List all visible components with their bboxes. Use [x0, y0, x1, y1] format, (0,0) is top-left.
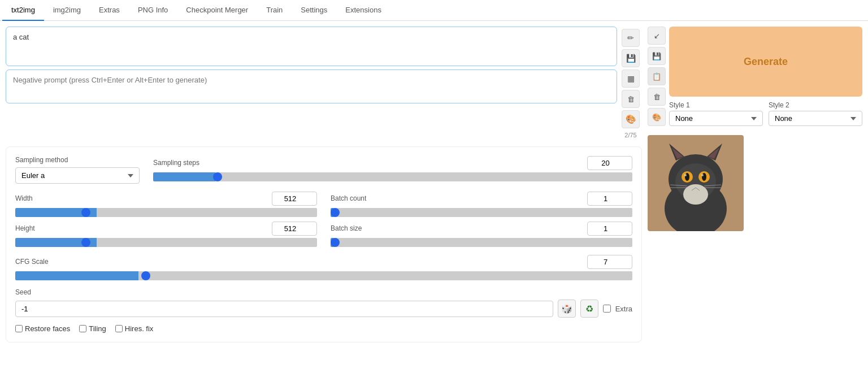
width-group: Width	[15, 192, 317, 217]
seed-input[interactable]	[15, 301, 553, 317]
tiling-checkbox[interactable]	[79, 325, 86, 332]
save-result-icon-btn[interactable]: 💾	[648, 47, 666, 65]
hires-fix-checkbox[interactable]	[115, 325, 123, 332]
cfg-scale-label: CFG Scale	[15, 258, 49, 266]
restore-faces-label[interactable]: Restore faces	[25, 324, 70, 333]
cfg-scale-group: CFG Scale	[15, 255, 632, 280]
tiling-item: Tiling	[79, 324, 106, 333]
tab-extensions[interactable]: Extensions	[336, 0, 390, 21]
svg-point-13	[701, 174, 704, 176]
cfg-scale-slider[interactable]	[15, 271, 632, 280]
tab-settings[interactable]: Settings	[292, 0, 336, 21]
prompt-sidebar: a cat ✏ 💾 ▦ 🗑 🎨 2/75	[6, 27, 642, 142]
negative-prompt[interactable]	[6, 70, 617, 103]
restore-faces-item: Restore faces	[15, 324, 70, 333]
seed-row: 🎲 ♻ Extra	[15, 300, 632, 318]
lora-count: 2/75	[622, 131, 640, 140]
action-icons: ↙ 💾 📋 🗑 🎨	[648, 27, 666, 126]
sampling-steps-label: Sampling steps	[153, 159, 199, 167]
size-group: Width Height	[15, 192, 317, 247]
sampling-steps-slider[interactable]	[153, 172, 632, 181]
style1-group: Style 1 None	[669, 101, 763, 126]
width-label: Width	[15, 194, 33, 202]
style2-label: Style 2	[769, 101, 862, 109]
seed-recycle-btn[interactable]: ♻	[580, 300, 598, 318]
generate-col: Generate Style 1 None Style 2 None	[669, 27, 862, 126]
hires-fix-label[interactable]: Hires. fix	[125, 324, 154, 333]
delete-icon-btn[interactable]: 🗑	[648, 88, 666, 106]
width-slider[interactable]	[15, 208, 317, 217]
positive-prompt[interactable]: a cat	[6, 27, 617, 66]
style1-label: Style 1	[669, 101, 763, 109]
output-image	[648, 135, 744, 231]
svg-point-12	[684, 174, 687, 176]
tiling-label[interactable]: Tiling	[89, 324, 106, 333]
prompt-area: a cat	[6, 27, 617, 142]
seed-label: Seed	[15, 288, 632, 296]
seed-dice-btn[interactable]: 🎲	[558, 300, 576, 318]
pencil-icon-btn[interactable]: ✏	[622, 29, 640, 47]
tab-extras[interactable]: Extras	[90, 0, 129, 21]
checkboxes-row: Restore faces Tiling Hires. fix	[15, 324, 632, 333]
svg-point-15	[683, 184, 708, 205]
batch-count-label: Batch count	[331, 194, 366, 202]
height-slider[interactable]	[15, 238, 317, 247]
tab-png-info[interactable]: PNG Info	[129, 0, 177, 21]
batch-size-label: Batch size	[331, 224, 362, 232]
extra-label[interactable]: Extra	[615, 305, 632, 313]
right-section: ↙ 💾 📋 🗑 🎨 Generate Style 1 None	[648, 27, 862, 376]
folder-icon-btn[interactable]: 📋	[648, 67, 666, 85]
tab-train[interactable]: Train	[257, 0, 292, 21]
paint-icon-btn[interactable]: 🎨	[622, 110, 640, 128]
batch-size-input[interactable]	[587, 222, 632, 236]
tab-txt2img[interactable]: txt2img	[2, 0, 44, 21]
tab-checkpoint-merger[interactable]: Checkpoint Merger	[177, 0, 257, 21]
restore-faces-checkbox[interactable]	[15, 325, 23, 332]
hires-fix-item: Hires. fix	[115, 324, 154, 333]
generate-area: ↙ 💾 📋 🗑 🎨 Generate Style 1 None	[648, 27, 862, 126]
height-group: Height	[15, 222, 317, 247]
sampling-method-label: Sampling method	[15, 156, 140, 164]
left-panel: a cat ✏ 💾 ▦ 🗑 🎨 2/75 Sampling method Eul…	[6, 27, 642, 376]
sampling-method-group: Sampling method Euler a	[15, 156, 140, 184]
width-input[interactable]	[272, 192, 317, 206]
prompt-sidebar-icons: ✏ 💾 ▦ 🗑 🎨 2/75	[619, 27, 642, 142]
params-section: Sampling method Euler a Sampling steps	[6, 146, 642, 342]
batch-size-group: Batch size	[331, 222, 632, 247]
style1-select[interactable]: None	[669, 111, 763, 126]
cfg-scale-input[interactable]	[587, 255, 632, 269]
sampling-steps-input[interactable]	[587, 156, 632, 170]
batch-count-slider[interactable]	[331, 208, 632, 217]
grid-icon-btn[interactable]: ▦	[622, 70, 640, 88]
extra-checkbox[interactable]	[603, 305, 611, 313]
main-content: a cat ✏ 💾 ▦ 🗑 🎨 2/75 Sampling method Eul…	[0, 21, 868, 381]
sampling-steps-group: Sampling steps	[153, 156, 632, 181]
style2-select[interactable]: None	[769, 111, 862, 126]
batch-count-group: Batch count	[331, 192, 632, 217]
styles-row: Style 1 None Style 2 None	[669, 101, 862, 126]
image-output	[648, 135, 862, 231]
batch-size-slider[interactable]	[331, 238, 632, 247]
batch-group: Batch count Batch size	[331, 192, 632, 247]
tab-bar: txt2img img2img Extras PNG Info Checkpoi…	[0, 0, 868, 21]
copy-icon-btn[interactable]: 🎨	[648, 108, 666, 126]
seed-group: Seed 🎲 ♻ Extra	[15, 288, 632, 318]
generate-button[interactable]: Generate	[669, 27, 862, 97]
style2-group: Style 2 None	[769, 101, 862, 126]
save-icon-btn[interactable]: 💾	[622, 49, 640, 67]
batch-count-input[interactable]	[587, 192, 632, 206]
tab-img2img[interactable]: img2img	[44, 0, 90, 21]
sampling-method-select[interactable]: Euler a	[15, 167, 140, 184]
trash-icon-btn[interactable]: 🗑	[622, 90, 640, 108]
height-label: Height	[15, 224, 35, 232]
height-input[interactable]	[272, 222, 317, 236]
interrupt-icon-btn[interactable]: ↙	[648, 27, 666, 45]
